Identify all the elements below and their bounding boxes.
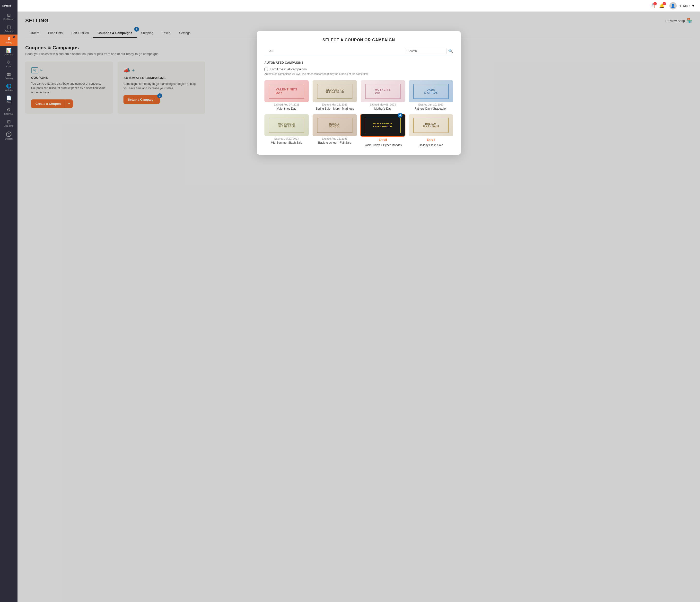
enroll-all-row: Enroll me in all campaigns — [265, 67, 453, 71]
sidebar-item-reports[interactable]: 📊 Reports — [0, 46, 18, 58]
sidebar-item-seo[interactable]: ⚙ SEO Tool — [0, 105, 18, 117]
campaign-expired-midsummer: Expired Jul 20, 2023 — [274, 137, 299, 140]
campaign-item-holiday: HOLIDAYFLASH SALE Enroll Holiday Flash S… — [409, 114, 453, 147]
sidebar-item-support[interactable]: ? Support — [0, 129, 18, 142]
automated-campaigns-heading: AUTOMATED CAMPAIGNS — [265, 61, 453, 65]
galleries-icon: ◫ — [7, 25, 11, 29]
sidebar-item-label: SEO Tool — [4, 113, 14, 115]
sidebar-item-label: Support — [5, 138, 12, 140]
avatar: 👤 — [669, 2, 677, 9]
campaign-expired-backtoschool: Expired Aug 22, 2023 — [322, 137, 347, 140]
sidebar-item-addons[interactable]: ⊞ Add-Ons — [0, 117, 18, 129]
portfolio-icon-btn[interactable]: 📋 1 — [650, 3, 655, 8]
svg-text:zenfolio: zenfolio — [2, 5, 11, 7]
alerts-icon-btn[interactable]: 🔔 1 — [659, 3, 665, 8]
header-icons: 📋 1 🔔 1 — [650, 3, 665, 8]
sidebar: zenfolio ⊞ Dashboard ◫ Galleries $ Selli… — [0, 0, 18, 602]
sidebar-item-label: Booking — [5, 77, 13, 79]
app-logo[interactable]: zenfolio — [0, 0, 18, 11]
campaign-thumb-dads[interactable]: DADS& GRADS — [409, 80, 453, 102]
campaign-search-input[interactable] — [405, 48, 447, 54]
top-header: 📋 1 🔔 1 👤 Hi, Mark ▾ — [18, 0, 700, 12]
sidebar-item-dashboard[interactable]: ⊞ Dashboard — [0, 11, 18, 23]
campaign-item-spring: WELCOME TOSPRING SALE! Expired Mar 22, 2… — [312, 80, 357, 111]
modal-overlay: SELECT A COUPON OR CAMPAIGN All 🔍 AUTOMA… — [18, 12, 700, 602]
reports-icon: 📊 — [6, 48, 11, 52]
sidebar-item-website[interactable]: 🌐 Website — [0, 82, 18, 94]
campaign-item-blackfriday: BLACK FRIDAY+CYBER MONDAY Enroll Black F… — [361, 114, 405, 147]
campaign-name-spring: Spring Sale - March Madness — [316, 107, 354, 111]
booking-icon: ▦ — [7, 72, 11, 76]
enroll-all-checkbox[interactable] — [265, 68, 268, 71]
sidebar-item-blog[interactable]: 📄 Blog — [0, 94, 18, 105]
sidebar-item-label: Reports — [5, 53, 12, 56]
sidebar-item-label: Selling — [5, 41, 12, 44]
sidebar-item-label: Add-Ons — [4, 125, 13, 127]
campaign-item-mothers: MOTHER'SDAY Expired May 05, 2023 Mother'… — [361, 80, 405, 111]
modal-title: SELECT A COUPON OR CAMPAIGN — [265, 38, 453, 42]
campaign-thumb-midsummer[interactable]: Mid-SummerSlash Sale — [265, 114, 309, 136]
blog-icon: 📄 — [6, 96, 11, 100]
enroll-all-label: Enroll me in all campaigns — [270, 67, 307, 71]
sidebar-item-crm[interactable]: ✈ CRM — [0, 58, 18, 70]
blackfriday-enroll-button[interactable]: Enroll — [379, 137, 387, 143]
holiday-enroll-button[interactable]: Enroll — [427, 137, 435, 143]
campaign-name-holiday: Holiday Flash Sale — [419, 143, 443, 147]
support-icon: ? — [6, 131, 11, 137]
filter-all-button[interactable]: All — [265, 47, 278, 55]
enroll-note: Automated campaigns will override other … — [265, 72, 453, 75]
campaign-name-valentines: Valentines Day — [277, 107, 296, 111]
campaign-expired-dads: Expired Jun 10, 2023 — [418, 103, 444, 106]
crm-icon: ✈ — [7, 60, 11, 65]
website-icon: 🌐 — [6, 84, 11, 88]
sidebar-item-label: Blog — [6, 101, 11, 103]
portfolio-badge: 1 — [653, 2, 657, 5]
dashboard-icon: ⊞ — [7, 13, 11, 17]
user-menu[interactable]: 👤 Hi, Mark ▾ — [669, 2, 694, 9]
sidebar-item-label: Website — [5, 89, 12, 91]
sidebar-item-label: CRM — [6, 65, 11, 68]
sidebar-item-label: Dashboard — [3, 18, 14, 20]
campaign-name-midsummer: Mid-Summer Slash Sale — [271, 141, 302, 144]
search-area: 🔍 — [405, 48, 453, 54]
sidebar-item-galleries[interactable]: ◫ Galleries — [0, 23, 18, 34]
campaign-thumb-spring[interactable]: WELCOME TOSPRING SALE! — [312, 80, 357, 102]
blackfriday-badge: 4 — [398, 113, 402, 118]
campaign-expired-valentines: Expired Feb 07, 2023 — [274, 103, 299, 106]
campaign-name-blackfriday: Black Friday + Cyber Monday — [364, 143, 402, 147]
campaign-thumb-mothers[interactable]: MOTHER'SDAY — [361, 80, 405, 102]
campaign-thumb-valentines[interactable]: VALENTINE'SDAY — [265, 80, 309, 102]
sidebar-item-selling[interactable]: $ Selling — [0, 34, 18, 46]
sidebar-item-booking[interactable]: ▦ Booking — [0, 70, 18, 82]
campaign-thumb-backtoschool[interactable]: BACK-2-SCHOOL — [312, 114, 357, 136]
campaign-name-mothers: Mother's Day — [374, 107, 391, 111]
addons-icon: ⊞ — [7, 120, 11, 124]
user-greeting: Hi, Mark — [679, 4, 690, 7]
campaign-name-dads: Fathers Day / Graduation — [415, 107, 447, 111]
campaign-grid: VALENTINE'SDAY Expired Feb 07, 2023 Vale… — [265, 80, 453, 147]
chevron-down-icon: ▾ — [692, 3, 694, 8]
sidebar-item-label: Galleries — [4, 30, 13, 32]
alerts-badge: 1 — [662, 2, 666, 5]
main-area: 📋 1 🔔 1 👤 Hi, Mark ▾ SELLING Preview Sho… — [18, 0, 700, 602]
selling-icon: $ — [8, 37, 10, 41]
select-campaign-modal: SELECT A COUPON OR CAMPAIGN All 🔍 AUTOMA… — [257, 31, 461, 154]
campaign-thumb-holiday[interactable]: HOLIDAYFLASH SALE — [409, 114, 453, 136]
page-content: SELLING Preview Shop 🏪 Orders Price List… — [18, 12, 700, 602]
campaign-expired-spring: Expired Mar 22, 2023 — [322, 103, 347, 106]
campaign-item-dads: DADS& GRADS Expired Jun 10, 2023 Fathers… — [409, 80, 453, 111]
search-icon: 🔍 — [448, 49, 453, 53]
campaign-expired-mothers: Expired May 05, 2023 — [370, 103, 396, 106]
filter-row: All 🔍 — [265, 47, 453, 55]
seo-icon: ⚙ — [7, 108, 11, 112]
campaign-item-valentines: VALENTINE'SDAY Expired Feb 07, 2023 Vale… — [265, 80, 309, 111]
campaign-item-midsummer: Mid-SummerSlash Sale Expired Jul 20, 202… — [265, 114, 309, 147]
campaign-item-backtoschool: BACK-2-SCHOOL Expired Aug 22, 2023 Back … — [312, 114, 357, 147]
campaign-thumb-blackfriday[interactable]: BLACK FRIDAY+CYBER MONDAY — [361, 114, 405, 136]
campaign-name-backtoschool: Back to school - Fall Sale — [318, 141, 351, 144]
